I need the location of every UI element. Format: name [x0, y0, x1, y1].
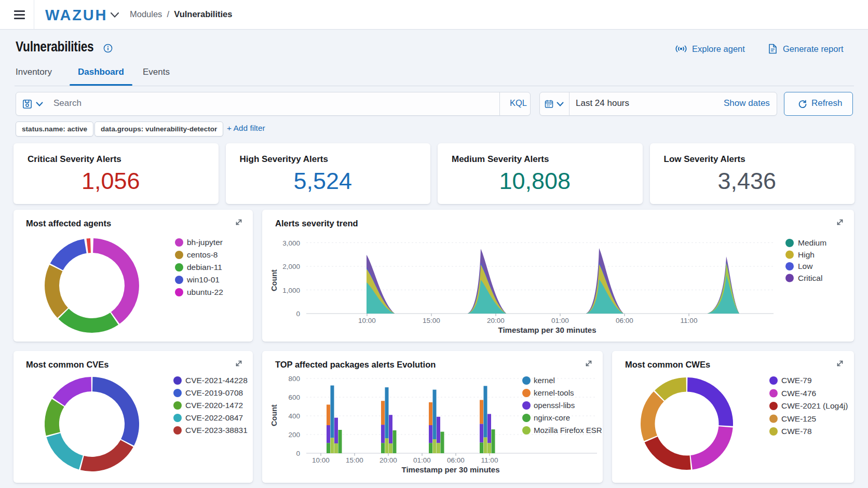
- svg-text:Medium: Medium: [798, 238, 826, 247]
- svg-text:CVE-2023-38831: CVE-2023-38831: [185, 426, 248, 435]
- svg-text:debian-11: debian-11: [187, 263, 222, 272]
- svg-text:10:00: 10:00: [358, 317, 376, 324]
- svg-text:11:00: 11:00: [481, 456, 498, 464]
- svg-text:0: 0: [296, 450, 300, 457]
- svg-text:01:00: 01:00: [413, 456, 431, 464]
- svg-text:CWE-79: CWE-79: [781, 376, 812, 385]
- svg-text:01:00: 01:00: [551, 317, 569, 324]
- svg-text:10:00: 10:00: [312, 456, 330, 464]
- svg-text:CWE-476: CWE-476: [781, 389, 816, 398]
- svg-text:11:00: 11:00: [681, 317, 698, 324]
- svg-text:bh-jupyter: bh-jupyter: [187, 238, 223, 247]
- svg-text:kernel: kernel: [534, 376, 555, 385]
- svg-text:20:00: 20:00: [379, 456, 397, 464]
- svg-text:kernel-tools: kernel-tools: [534, 388, 574, 397]
- svg-text:600: 600: [288, 394, 300, 401]
- svg-text:nginx-core: nginx-core: [534, 413, 570, 422]
- svg-text:CVE-2022-0847: CVE-2022-0847: [185, 413, 243, 422]
- svg-text:Timestamp per 30 minutes: Timestamp per 30 minutes: [402, 465, 500, 474]
- svg-text:CWE-2021 (Log4j): CWE-2021 (Log4j): [781, 401, 848, 410]
- svg-text:200: 200: [288, 431, 300, 439]
- svg-text:3,000: 3,000: [282, 239, 300, 247]
- svg-text:1,000: 1,000: [282, 287, 300, 294]
- svg-text:Count: Count: [270, 269, 278, 291]
- svg-text:CVE-2020-1472: CVE-2020-1472: [185, 401, 243, 410]
- svg-text:Critical: Critical: [798, 274, 822, 282]
- svg-text:06:00: 06:00: [616, 317, 633, 324]
- svg-text:centos-8: centos-8: [187, 250, 218, 259]
- svg-text:15:00: 15:00: [423, 317, 440, 324]
- svg-text:CWE-78: CWE-78: [781, 427, 812, 436]
- svg-text:400: 400: [288, 412, 300, 420]
- svg-text:CWE-125: CWE-125: [781, 414, 816, 423]
- svg-text:ubuntu-22: ubuntu-22: [187, 288, 223, 296]
- svg-text:06:00: 06:00: [447, 456, 465, 464]
- svg-text:15:00: 15:00: [346, 456, 363, 464]
- svg-text:0: 0: [296, 310, 300, 318]
- svg-text:Low: Low: [798, 262, 813, 270]
- svg-text:800: 800: [288, 375, 300, 383]
- svg-text:win10-01: win10-01: [186, 275, 220, 284]
- svg-text:Timestamp per 30 minutes: Timestamp per 30 minutes: [498, 326, 596, 334]
- svg-text:Count: Count: [270, 404, 278, 426]
- svg-text:CVE-2019-0708: CVE-2019-0708: [185, 388, 243, 397]
- svg-text:openssl-libs: openssl-libs: [534, 401, 575, 410]
- svg-text:CVE-2021-44228: CVE-2021-44228: [185, 376, 248, 385]
- svg-text:20:00: 20:00: [487, 317, 505, 324]
- svg-text:Mozilla Firefox ESR: Mozilla Firefox ESR: [534, 426, 602, 435]
- svg-text:2,000: 2,000: [282, 263, 300, 270]
- svg-text:High: High: [798, 250, 815, 259]
